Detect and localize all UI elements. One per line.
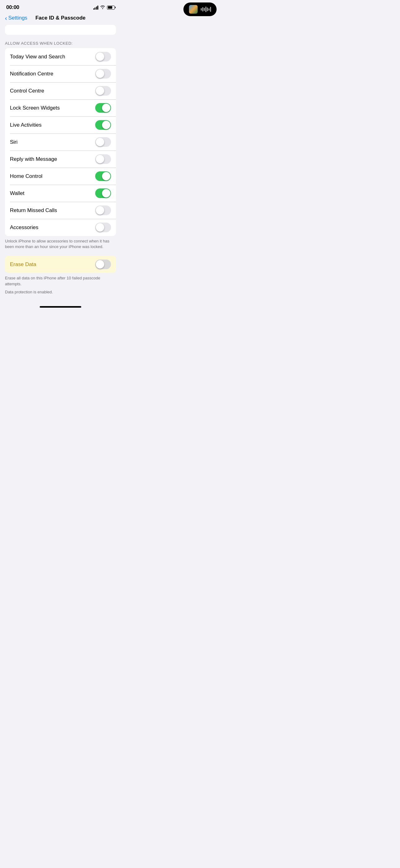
home-indicator — [0, 301, 121, 310]
reply-with-message-toggle[interactable] — [95, 154, 111, 164]
page-title: Face ID & Passcode — [35, 15, 86, 21]
reply-with-message-row: Reply with Message — [5, 151, 116, 168]
control-centre-label: Control Centre — [10, 88, 44, 94]
lock-screen-widgets-toggle[interactable] — [95, 103, 111, 113]
control-centre-knob — [96, 87, 104, 95]
status-time: 00:00 — [6, 4, 19, 10]
live-activities-toggle[interactable] — [95, 120, 111, 130]
content: ALLOW ACCESS WHEN LOCKED: Today View and… — [0, 25, 121, 322]
accessories-knob — [96, 223, 104, 231]
erase-data-toggle[interactable] — [95, 259, 111, 269]
erase-data-row: Erase Data — [5, 256, 116, 273]
lock-screen-widgets-knob — [102, 104, 110, 112]
live-activities-knob — [102, 121, 110, 129]
reply-with-message-knob — [96, 155, 104, 163]
wallet-row: Wallet — [5, 185, 116, 202]
back-label[interactable]: Settings — [8, 15, 27, 21]
notification-centre-row: Notification Centre — [5, 65, 116, 82]
erase-data-label: Erase Data — [10, 261, 36, 268]
allow-access-card: Today View and Search Notification Centr… — [5, 48, 116, 236]
return-missed-calls-knob — [96, 206, 104, 215]
home-control-label: Home Control — [10, 173, 42, 180]
control-centre-row: Control Centre — [5, 82, 116, 99]
notification-centre-knob — [96, 69, 104, 78]
data-protection-note: Data protection is enabled. — [5, 289, 116, 295]
home-control-knob — [102, 172, 110, 180]
wallet-toggle[interactable] — [95, 188, 111, 198]
today-view-row: Today View and Search — [5, 48, 116, 65]
today-view-toggle[interactable] — [95, 52, 111, 61]
live-activities-label: Live Activities — [10, 122, 41, 128]
accessories-toggle[interactable] — [95, 223, 111, 232]
battery-icon — [107, 6, 115, 10]
erase-data-note: Erase all data on this iPhone after 10 f… — [5, 275, 116, 286]
today-view-label: Today View and Search — [10, 54, 65, 60]
siri-toggle[interactable] — [95, 137, 111, 147]
back-button[interactable]: ‹ Settings — [5, 15, 27, 21]
accessories-note: Unlock iPhone to allow accessories to co… — [5, 239, 116, 250]
siri-label: Siri — [10, 139, 18, 145]
signal-icon — [93, 5, 99, 10]
partial-top-card — [5, 25, 116, 35]
today-view-knob — [96, 53, 104, 61]
nav-header: ‹ Settings Face ID & Passcode — [0, 12, 121, 25]
notification-centre-label: Notification Centre — [10, 71, 53, 77]
wallet-knob — [102, 189, 110, 197]
accessories-label: Accessories — [10, 224, 38, 231]
home-control-toggle[interactable] — [95, 172, 111, 181]
status-bar: 00:00 — [0, 0, 121, 12]
home-bar — [40, 306, 81, 308]
erase-data-knob — [96, 260, 104, 269]
control-centre-toggle[interactable] — [95, 86, 111, 96]
siri-row: Siri — [5, 133, 116, 151]
notification-centre-toggle[interactable] — [95, 69, 111, 79]
home-control-row: Home Control — [5, 168, 116, 185]
return-missed-calls-toggle[interactable] — [95, 206, 111, 215]
live-activities-row: Live Activities — [5, 116, 116, 133]
section-label: ALLOW ACCESS WHEN LOCKED: — [5, 41, 116, 45]
back-chevron-icon: ‹ — [5, 15, 7, 21]
lock-screen-widgets-label: Lock Screen Widgets — [10, 105, 60, 111]
return-missed-calls-label: Return Missed Calls — [10, 207, 57, 214]
accessories-row: Accessories — [5, 219, 116, 236]
erase-data-card: Erase Data — [5, 256, 116, 273]
wallet-label: Wallet — [10, 190, 25, 196]
reply-with-message-label: Reply with Message — [10, 156, 57, 162]
wifi-icon — [100, 5, 105, 10]
siri-knob — [96, 138, 104, 146]
lock-screen-widgets-row: Lock Screen Widgets — [5, 99, 116, 116]
return-missed-calls-row: Return Missed Calls — [5, 202, 116, 219]
status-icons — [93, 5, 115, 10]
